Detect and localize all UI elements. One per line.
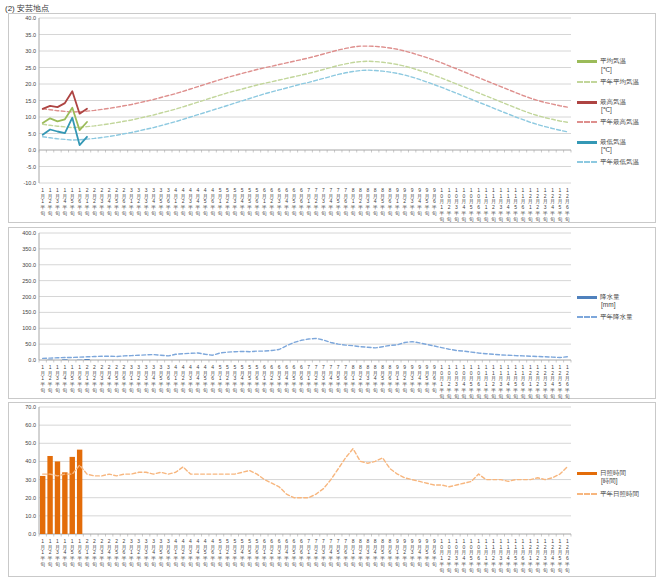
svg-text:旬: 旬 xyxy=(203,210,208,217)
x-axis-tick-label: 9月3半旬 xyxy=(410,187,415,217)
temperature-legend: 平均気温[℃]平年平均気温最高気温[℃]平年最高気温最低気温[℃]平年最低気温 xyxy=(577,14,653,222)
x-axis-tick-label: 7月4半旬 xyxy=(328,538,333,568)
x-axis-tick-label: 2月3半旬 xyxy=(99,187,104,217)
svg-text:旬: 旬 xyxy=(166,387,171,394)
svg-text:旬: 旬 xyxy=(395,210,400,217)
svg-text:旬: 旬 xyxy=(70,210,75,217)
x-axis-tick-label: 7月3半旬 xyxy=(321,538,326,568)
solid-line-swatch-icon xyxy=(577,141,597,144)
svg-text:旬: 旬 xyxy=(173,210,178,217)
x-axis-tick-label: 9月3半旬 xyxy=(410,538,415,568)
svg-text:旬: 旬 xyxy=(447,216,452,223)
x-axis-tick-label: 12月4半旬 xyxy=(550,364,555,399)
svg-text:旬: 旬 xyxy=(351,561,356,568)
x-axis-tick-label: 11月3半旬 xyxy=(498,538,503,574)
svg-text:旬: 旬 xyxy=(121,561,126,568)
x-axis-tick-label: 7月1半旬 xyxy=(306,364,311,394)
x-axis-tick-label: 7月2半旬 xyxy=(314,538,319,568)
x-axis-tick-label: 11月1半旬 xyxy=(484,187,489,223)
x-axis-tick-label: 12月1半旬 xyxy=(528,187,533,223)
svg-text:旬: 旬 xyxy=(247,561,252,568)
x-axis-tick-label: 11月2半旬 xyxy=(491,187,496,223)
legend-item-avg-temp: 平均気温[℃] xyxy=(577,57,653,73)
svg-text:旬: 旬 xyxy=(306,561,311,568)
svg-text:旬: 旬 xyxy=(99,387,104,394)
x-axis-tick-label: 4月5半旬 xyxy=(203,187,208,217)
svg-text:旬: 旬 xyxy=(439,393,444,400)
svg-text:旬: 旬 xyxy=(402,387,407,394)
svg-text:旬: 旬 xyxy=(195,210,200,217)
svg-text:旬: 旬 xyxy=(461,393,466,400)
svg-text:旬: 旬 xyxy=(565,393,570,400)
x-axis-tick-label: 1月2半旬 xyxy=(48,364,53,394)
svg-text:旬: 旬 xyxy=(55,387,60,394)
x-axis-tick-label: 9月1半旬 xyxy=(395,364,400,394)
svg-text:旬: 旬 xyxy=(557,393,562,400)
y-axis-tick-label: 15.0 xyxy=(25,98,36,104)
svg-text:旬: 旬 xyxy=(565,216,570,223)
x-axis-tick-label: 1月4半旬 xyxy=(62,187,67,217)
x-axis-tick-label: 2月2半旬 xyxy=(92,364,97,394)
x-axis-tick-label: 5月3半旬 xyxy=(232,187,237,217)
svg-text:旬: 旬 xyxy=(306,387,311,394)
x-axis-tick-label: 7月6半旬 xyxy=(343,187,348,217)
dashed-line-swatch-icon xyxy=(577,161,597,163)
svg-text:旬: 旬 xyxy=(476,216,481,223)
svg-text:旬: 旬 xyxy=(543,393,548,400)
svg-text:旬: 旬 xyxy=(299,387,304,394)
svg-text:旬: 旬 xyxy=(144,387,149,394)
svg-text:旬: 旬 xyxy=(498,216,503,223)
x-axis-tick-label: 1月4半旬 xyxy=(62,364,67,394)
svg-text:旬: 旬 xyxy=(543,567,548,574)
x-axis-tick-label: 3月4半旬 xyxy=(151,187,156,217)
x-axis-tick-label: 2月4半旬 xyxy=(107,187,112,217)
x-axis-tick-label: 4月2半旬 xyxy=(181,187,186,217)
svg-text:旬: 旬 xyxy=(158,210,163,217)
bar xyxy=(47,456,52,534)
x-axis-tick-label: 3月2半旬 xyxy=(136,538,141,568)
x-axis-tick-label: 7月3半旬 xyxy=(321,187,326,217)
y-axis-tick-label: 100.0 xyxy=(22,325,36,331)
x-axis-tick-label: 12月5半旬 xyxy=(557,364,562,399)
x-axis-tick-label: 10月2半旬 xyxy=(447,538,452,574)
svg-text:旬: 旬 xyxy=(447,393,452,400)
solid-line-swatch-icon xyxy=(577,296,597,299)
svg-text:旬: 旬 xyxy=(498,393,503,400)
svg-text:旬: 旬 xyxy=(48,561,53,568)
x-axis-tick-label: 3月2半旬 xyxy=(136,364,141,394)
x-axis-tick-label: 5月4半旬 xyxy=(240,364,245,394)
y-axis-tick-label: 0.0 xyxy=(28,147,36,153)
x-axis-tick-label: 10月6半旬 xyxy=(476,364,481,399)
svg-text:旬: 旬 xyxy=(373,561,378,568)
x-axis-tick-label: 11月6半旬 xyxy=(520,538,525,574)
svg-text:旬: 旬 xyxy=(439,216,444,223)
x-axis-tick-label: 11月3半旬 xyxy=(498,187,503,223)
x-axis-tick-label: 12月2半旬 xyxy=(535,538,540,574)
svg-text:旬: 旬 xyxy=(373,210,378,217)
svg-text:旬: 旬 xyxy=(454,567,459,574)
x-axis-tick-label: 10月3半旬 xyxy=(454,187,459,223)
svg-text:旬: 旬 xyxy=(70,561,75,568)
x-axis-tick-label: 10月2半旬 xyxy=(447,364,452,399)
svg-text:旬: 旬 xyxy=(48,387,53,394)
x-axis-tick-label: 6月1半旬 xyxy=(262,187,267,217)
x-axis-tick-label: 2月3半旬 xyxy=(99,364,104,394)
x-axis-tick-label: 4月5半旬 xyxy=(203,364,208,394)
x-axis-tick-label: 6月4半旬 xyxy=(284,187,289,217)
x-axis-tick-label: 6月1半旬 xyxy=(262,538,267,568)
x-axis-tick-label: 11月2半旬 xyxy=(491,364,496,399)
y-axis-tick-label: 10.0 xyxy=(25,513,36,519)
svg-text:旬: 旬 xyxy=(195,561,200,568)
svg-text:旬: 旬 xyxy=(173,387,178,394)
svg-text:旬: 旬 xyxy=(557,567,562,574)
x-axis-tick-label: 4月6半旬 xyxy=(210,364,215,394)
svg-text:旬: 旬 xyxy=(225,561,230,568)
x-axis-tick-label: 8月4半旬 xyxy=(373,364,378,394)
svg-text:旬: 旬 xyxy=(550,393,555,400)
svg-text:旬: 旬 xyxy=(166,561,171,568)
x-axis-tick-label: 5月6半旬 xyxy=(254,187,259,217)
svg-text:旬: 旬 xyxy=(291,561,296,568)
dashed-line-swatch-icon xyxy=(577,81,597,83)
x-axis-tick-label: 10月5半旬 xyxy=(469,187,474,223)
x-axis-tick-label: 11月6半旬 xyxy=(520,187,525,223)
